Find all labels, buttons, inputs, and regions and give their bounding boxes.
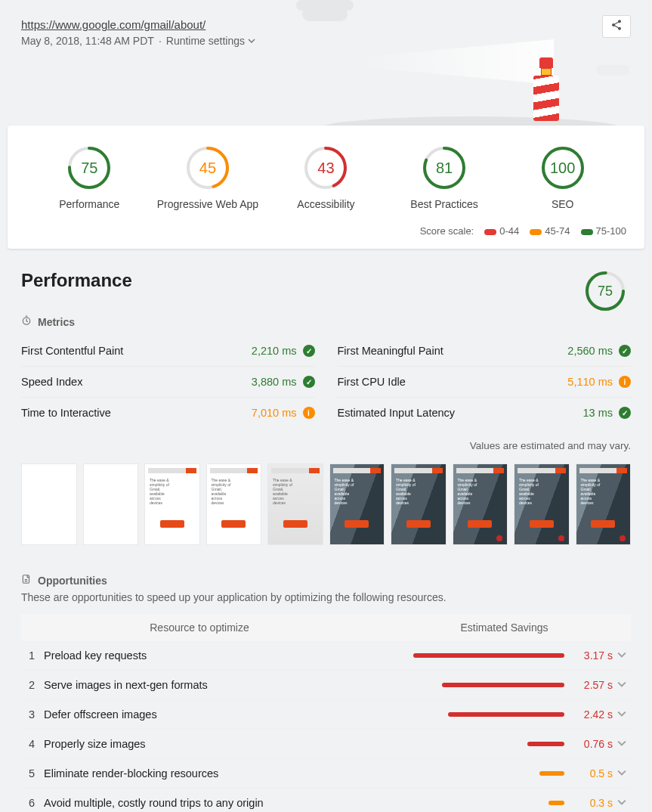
gauge-label: Performance: [59, 198, 119, 210]
opportunity-bar: [370, 712, 564, 717]
metric-name: Estimated Input Latency: [338, 407, 456, 419]
metric-row: First CPU Idle 5,110 ms i: [338, 367, 632, 398]
runtime-settings-toggle[interactable]: Runtime settings: [166, 35, 255, 47]
opportunity-index: 5: [21, 767, 44, 779]
share-button[interactable]: [602, 15, 631, 38]
performance-score-gauge: 75: [584, 270, 626, 312]
opportunity-bar: [370, 742, 564, 746]
chevron-down-icon: [613, 767, 631, 779]
opportunity-value: 0.76 s: [572, 738, 613, 750]
metric-name: First Contentful Paint: [21, 345, 123, 357]
opportunity-bar: [370, 683, 564, 687]
chevron-down-icon: [613, 708, 631, 721]
score-gauges: 75 Performance 45 Progressive Web App 43…: [8, 141, 644, 221]
report-timestamp: May 8, 2018, 11:48 AM PDT: [21, 35, 154, 47]
gauge-label: Accessibility: [297, 198, 354, 210]
metric-value: 7,010 ms: [252, 407, 297, 419]
gauge-label: Best Practices: [410, 198, 477, 210]
opportunity-row[interactable]: 3 Defer offscreen images 2.42 s: [21, 700, 631, 730]
scores-card: 75 Performance 45 Progressive Web App 43…: [8, 126, 644, 249]
opportunities-section: Opportunities These are opportunities to…: [0, 574, 652, 812]
share-icon: [610, 19, 623, 34]
opportunity-value: 2.42 s: [572, 708, 613, 721]
filmstrip-frame: The ease &simplicity ofGmail,availableac…: [144, 463, 200, 545]
performance-section: Performance 75 Metrics First Contentful …: [0, 249, 652, 560]
filmstrip-frame: The ease &simplicity ofGmail,availableac…: [576, 463, 632, 545]
opportunity-row[interactable]: 4 Properly size images 0.76 s: [21, 730, 631, 759]
metric-value: 2,560 ms: [567, 345, 613, 357]
score-gauge[interactable]: 100 SEO: [503, 145, 622, 210]
chevron-down-icon: [613, 797, 631, 809]
score-gauge[interactable]: 75 Performance: [30, 145, 149, 210]
metric-value: 13 ms: [583, 407, 613, 419]
filmstrip-frame: [83, 463, 139, 545]
opportunity-index: 1: [21, 649, 44, 662]
opportunity-bar: [370, 653, 564, 658]
opportunity-index: 4: [21, 738, 44, 750]
info-icon: i: [303, 407, 315, 419]
opportunities-icon: [21, 574, 32, 587]
opportunity-name: Avoid multiple, costly round trips to an…: [44, 797, 370, 809]
opportunity-row[interactable]: 6 Avoid multiple, costly round trips to …: [21, 789, 631, 812]
opportunity-name: Preload key requests: [44, 649, 370, 662]
metric-row: First Contentful Paint 2,210 ms ✓: [21, 336, 315, 367]
metrics-column-left: First Contentful Paint 2,210 ms ✓ Speed …: [21, 336, 315, 428]
filmstrip-frame: The ease &simplicity ofGmail,availableac…: [391, 463, 447, 545]
score-gauge[interactable]: 43 Accessibility: [267, 145, 385, 210]
opportunity-name: Eliminate render-blocking resources: [44, 767, 370, 779]
report-url[interactable]: https://www.google.com/gmail/about/: [21, 18, 205, 31]
score-gauge[interactable]: 45 Progressive Web App: [149, 145, 267, 210]
chevron-down-icon: [613, 679, 631, 691]
opportunity-index: 3: [21, 708, 44, 721]
chevron-down-icon: [613, 738, 631, 750]
metric-name: Time to Interactive: [21, 407, 111, 419]
filmstrip-frame: The ease &simplicity ofGmail,availableac…: [453, 463, 508, 545]
chevron-down-icon: [248, 35, 255, 47]
score-gauge[interactable]: 81 Best Practices: [385, 145, 504, 210]
opportunity-name: Serve images in next-gen formats: [44, 679, 370, 691]
opportunity-row[interactable]: 1 Preload key requests 3.17 s: [21, 641, 631, 671]
filmstrip-frame: The ease &simplicity ofGmail,availableac…: [329, 463, 385, 545]
check-icon: ✓: [303, 376, 315, 388]
report-header: https://www.google.com/gmail/about/ May …: [0, 0, 652, 129]
filmstrip: The ease &simplicity ofGmail,availableac…: [21, 463, 631, 553]
stopwatch-icon: [21, 315, 32, 328]
metric-value: 3,880 ms: [252, 376, 297, 388]
opportunities-description: These are opportunities to speed up your…: [21, 591, 631, 603]
metric-name: Speed Index: [21, 376, 82, 388]
metric-row: Time to Interactive 7,010 ms i: [21, 398, 315, 428]
opportunity-index: 6: [21, 797, 44, 809]
opportunity-bar: [370, 801, 564, 805]
opportunities-heading: Opportunities: [21, 574, 631, 587]
filmstrip-frame: The ease &simplicity ofGmail,availableac…: [206, 463, 262, 545]
metric-value: 2,210 ms: [252, 345, 297, 357]
gauge-label: SEO: [552, 198, 574, 210]
opportunity-value: 3.17 s: [572, 649, 613, 662]
gauge-label: Progressive Web App: [157, 198, 258, 210]
filmstrip-frame: The ease &simplicity ofGmail,availableac…: [267, 463, 323, 545]
check-icon: ✓: [619, 345, 631, 357]
metric-row: Speed Index 3,880 ms ✓: [21, 367, 315, 398]
opportunities-table-header: Resource to optimize Estimated Savings: [21, 614, 631, 641]
metric-row: First Meaningful Paint 2,560 ms ✓: [338, 336, 632, 367]
opportunities-table-body: 1 Preload key requests 3.17 s 2 Serve im…: [21, 641, 631, 812]
check-icon: ✓: [619, 407, 631, 419]
metric-value: 5,110 ms: [567, 376, 613, 388]
opportunity-value: 0.3 s: [572, 797, 613, 809]
score-scale: Score scale: 0-44 45-74 75-100: [8, 221, 644, 240]
opportunity-index: 2: [21, 679, 44, 691]
opportunity-row[interactable]: 5 Eliminate render-blocking resources 0.…: [21, 759, 631, 789]
info-icon: i: [619, 376, 631, 388]
metrics-heading: Metrics: [21, 315, 631, 328]
metric-row: Estimated Input Latency 13 ms ✓: [338, 398, 632, 428]
opportunity-row[interactable]: 2 Serve images in next-gen formats 2.57 …: [21, 671, 631, 700]
filmstrip-frame: The ease &simplicity ofGmail,availableac…: [514, 463, 570, 545]
chevron-down-icon: [613, 649, 631, 662]
opportunity-name: Properly size images: [44, 738, 370, 750]
check-icon: ✓: [303, 345, 315, 357]
opportunity-name: Defer offscreen images: [44, 708, 370, 721]
section-title-performance: Performance: [21, 270, 132, 291]
opportunity-value: 2.57 s: [572, 679, 613, 691]
metric-name: First CPU Idle: [338, 376, 406, 388]
opportunity-bar: [370, 771, 564, 776]
